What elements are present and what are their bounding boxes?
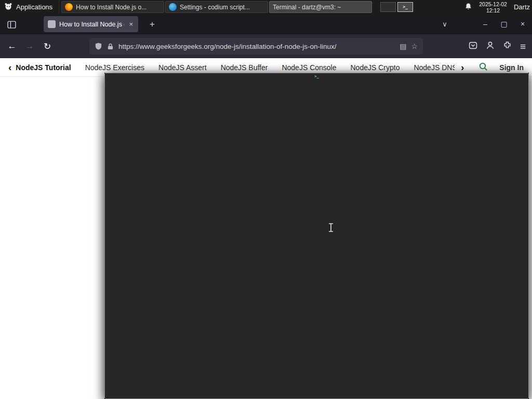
- window-maximize-button[interactable]: ▢: [495, 20, 513, 28]
- top-panel: Applications How to Install Node.js o...…: [0, 0, 532, 14]
- tab-close-icon[interactable]: ×: [128, 20, 134, 28]
- workspace-switcher[interactable]: >_: [380, 2, 413, 12]
- site-nav-item[interactable]: NodeJS Tutorial: [16, 63, 71, 72]
- site-nav-item[interactable]: NodeJS Crypto: [351, 63, 400, 72]
- bookmark-star-icon[interactable]: ☆: [411, 42, 418, 50]
- pocket-icon[interactable]: [469, 41, 477, 52]
- site-nav-item[interactable]: NodeJS Console: [282, 63, 336, 72]
- window-controls: ∨ – ▢ ×: [435, 14, 532, 34]
- mouse-cursor: [328, 223, 334, 232]
- tracking-shield-icon[interactable]: [95, 42, 102, 50]
- workspace-1[interactable]: [380, 2, 396, 12]
- clock[interactable]: 2025-12-02 12:12: [479, 1, 507, 14]
- clock-date: 2025-12-02: [479, 1, 507, 7]
- panel-status-area: 2025-12-02 12:12 Dartz: [464, 1, 532, 14]
- site-nav-item[interactable]: NodeJS Exercises: [85, 63, 144, 72]
- clock-time: 12:12: [479, 7, 507, 14]
- taskbar-button-3[interactable]: >_Terminal - dartz@vm3: ~: [269, 1, 372, 13]
- url-bar[interactable]: https://www.geeksforgeeks.org/node-js/in…: [89, 38, 423, 55]
- tab-favicon: [48, 20, 56, 28]
- applications-menu[interactable]: Applications: [0, 0, 59, 14]
- tab-bar: How to Install Node.js on × + ∨ – ▢ ×: [0, 14, 532, 34]
- desktop: Applications How to Install Node.js o...…: [0, 0, 532, 399]
- scroll-left-icon[interactable]: ‹: [5, 62, 15, 72]
- workspace-2-active[interactable]: >_: [397, 2, 413, 12]
- firefox-icon: [65, 3, 73, 11]
- site-nav-items: NodeJS TutorialNodeJS ExercisesNodeJS As…: [16, 63, 455, 72]
- workspace-terminal-icon: >_: [403, 5, 408, 9]
- taskbar-button-label: How to Install Node.js o...: [76, 4, 147, 11]
- window-close-button[interactable]: ×: [513, 20, 532, 28]
- extensions-icon[interactable]: [503, 41, 512, 52]
- back-button[interactable]: ←: [3, 41, 21, 51]
- applications-icon: [4, 2, 12, 12]
- scroll-right-icon[interactable]: ›: [458, 62, 467, 72]
- window-minimize-button[interactable]: –: [476, 20, 495, 28]
- reader-mode-icon[interactable]: ▤: [400, 42, 406, 50]
- reload-button[interactable]: ↻: [38, 41, 56, 52]
- site-nav-right: › Sign In: [458, 62, 524, 73]
- list-tabs-icon[interactable]: ∨: [435, 20, 454, 28]
- taskbar-button-2[interactable]: Settings - codium script...: [165, 1, 268, 13]
- taskbar-button-label: Terminal - dartz@vm3: ~: [273, 4, 341, 11]
- hamburger-menu-icon[interactable]: ≡: [520, 42, 526, 51]
- browser-tab[interactable]: How to Install Node.js on ×: [44, 16, 138, 32]
- browser-toolbar: ← → ↻ https://www.geeksforgeeks.org/node…: [0, 34, 532, 58]
- codium-icon: [169, 3, 177, 11]
- site-nav-item[interactable]: NodeJS Buffer: [221, 63, 268, 72]
- site-nav-item[interactable]: NodeJS DNS: [414, 63, 455, 72]
- sign-in-button[interactable]: Sign In: [499, 63, 524, 72]
- forward-button[interactable]: →: [21, 41, 38, 51]
- tab-title: How to Install Node.js on: [59, 21, 124, 28]
- notification-bell-icon[interactable]: [464, 3, 472, 12]
- user-menu[interactable]: Dartz: [514, 3, 530, 11]
- taskbar-button-label: Settings - codium script...: [180, 4, 250, 11]
- taskbar-button-1[interactable]: How to Install Node.js o...: [61, 1, 164, 13]
- url-text: https://www.geeksforgeeks.org/node-js/in…: [118, 43, 395, 50]
- new-tab-button[interactable]: +: [145, 18, 159, 31]
- search-icon[interactable]: [478, 62, 488, 73]
- applications-label: Applications: [16, 3, 52, 11]
- lock-icon[interactable]: [107, 43, 114, 50]
- account-icon[interactable]: [486, 41, 495, 52]
- toolbar-icons: ≡: [469, 41, 532, 52]
- site-nav-item[interactable]: NodeJS Assert: [158, 63, 207, 72]
- firefox-view-icon[interactable]: [4, 17, 19, 32]
- taskbar: How to Install Node.js o...Settings - co…: [61, 0, 372, 14]
